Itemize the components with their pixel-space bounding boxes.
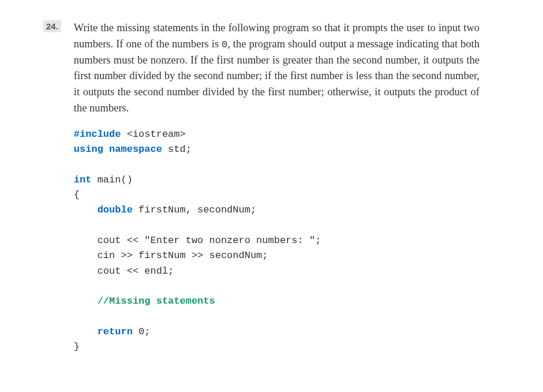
code-using-keyword: using namespace bbox=[74, 144, 162, 155]
code-block: #include <iostream> using namespace std;… bbox=[74, 127, 480, 355]
code-return-value: 0; bbox=[133, 326, 151, 337]
code-double-decl: firstNum, secondNum; bbox=[133, 204, 256, 215]
problem-inline-code-zero: 0 bbox=[222, 39, 227, 50]
code-include-directive: #include bbox=[74, 129, 121, 140]
code-include-header: <iostream> bbox=[121, 129, 185, 140]
code-double-keyword: double bbox=[98, 204, 133, 215]
code-cout-line1: cout << "Enter two nonzero numbers: "; bbox=[74, 235, 321, 246]
problem-text: Write the missing statements in the foll… bbox=[74, 20, 480, 117]
code-using-value: std; bbox=[162, 144, 192, 155]
problem-number: 24. bbox=[43, 20, 61, 32]
problem-container: 24. Write the missing statements in the … bbox=[43, 20, 480, 355]
code-int-keyword: int bbox=[74, 174, 92, 185]
code-comment-missing: //Missing statements bbox=[98, 296, 215, 307]
problem-content: Write the missing statements in the foll… bbox=[74, 20, 480, 355]
code-return-keyword: return bbox=[98, 326, 133, 337]
code-brace-open: { bbox=[74, 189, 80, 200]
code-cin-line: cin >> firstNum >> secondNum; bbox=[74, 250, 268, 261]
code-main-signature: main() bbox=[91, 174, 132, 185]
code-cout-line2: cout << endl; bbox=[74, 266, 174, 277]
code-brace-close: } bbox=[74, 341, 80, 352]
